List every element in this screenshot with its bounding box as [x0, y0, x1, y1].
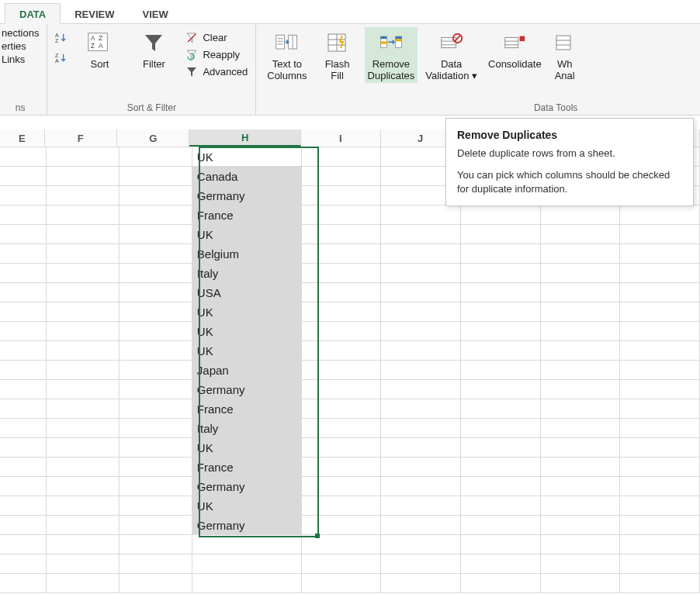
cell-L[interactable]	[541, 419, 621, 438]
cell-L[interactable]	[541, 496, 621, 516]
cell-M[interactable]	[620, 419, 700, 438]
cell-K[interactable]	[461, 535, 541, 554]
cell-J[interactable]	[381, 264, 461, 283]
cell-L[interactable]	[541, 399, 621, 419]
cell-F[interactable]	[47, 554, 120, 574]
cell-I[interactable]	[302, 554, 382, 574]
cell-E[interactable]	[0, 496, 47, 516]
cell-K[interactable]	[461, 574, 541, 593]
cell-K[interactable]	[461, 516, 541, 535]
cell-E[interactable]	[0, 322, 47, 341]
cell-I[interactable]	[302, 264, 382, 283]
cell-I[interactable]	[302, 283, 382, 302]
cell-I[interactable]	[302, 147, 382, 167]
cell-G[interactable]	[120, 496, 192, 516]
cell-H[interactable]: UK	[192, 496, 302, 516]
cell-E[interactable]	[0, 477, 47, 496]
cell-K[interactable]	[461, 205, 541, 225]
cell-G[interactable]	[120, 244, 192, 264]
cell-J[interactable]	[381, 283, 461, 302]
cell-L[interactable]	[541, 302, 621, 322]
cell-H[interactable]: UK	[192, 147, 302, 167]
cell-K[interactable]	[461, 419, 541, 438]
cell-F[interactable]	[47, 496, 120, 516]
cell-F[interactable]	[47, 264, 120, 283]
cell-F[interactable]	[47, 167, 120, 186]
cell-M[interactable]	[620, 477, 700, 496]
cell-G[interactable]	[120, 302, 192, 322]
cell-J[interactable]	[381, 399, 461, 419]
cell-L[interactable]	[541, 438, 621, 458]
cell-K[interactable]	[461, 283, 541, 302]
cell-I[interactable]	[302, 458, 382, 477]
cell-J[interactable]	[381, 380, 461, 399]
cell-I[interactable]	[302, 361, 382, 380]
cell-K[interactable]	[461, 458, 541, 477]
cell-E[interactable]	[0, 399, 47, 419]
cell-F[interactable]	[47, 574, 120, 593]
cell-F[interactable]	[47, 205, 120, 225]
cell-M[interactable]	[620, 361, 700, 380]
cell-E[interactable]	[0, 264, 47, 283]
what-if-button[interactable]: WhAnal	[549, 27, 580, 83]
cell-F[interactable]	[47, 225, 120, 244]
cell-I[interactable]	[302, 322, 382, 341]
cell-E[interactable]	[0, 361, 47, 380]
advanced-button[interactable]: Advanced	[185, 64, 248, 80]
cell-H[interactable]: Germany	[192, 186, 302, 205]
cell-M[interactable]	[620, 554, 700, 574]
cell-G[interactable]	[120, 419, 192, 438]
cell-L[interactable]	[541, 244, 621, 264]
cell-H[interactable]: France	[192, 458, 302, 477]
cell-E[interactable]	[0, 419, 47, 438]
cell-M[interactable]	[620, 574, 700, 593]
cell-E[interactable]	[0, 244, 47, 264]
cell-H[interactable]: Belgium	[192, 244, 302, 264]
cell-F[interactable]	[47, 283, 120, 302]
cell-J[interactable]	[381, 535, 461, 554]
cell-I[interactable]	[302, 438, 382, 458]
cell-K[interactable]	[461, 496, 541, 516]
col-F[interactable]: F	[45, 130, 117, 147]
cell-F[interactable]	[47, 380, 120, 399]
cell-J[interactable]	[381, 516, 461, 535]
cell-H[interactable]: Germany	[192, 477, 302, 496]
cell-L[interactable]	[541, 264, 621, 283]
cell-I[interactable]	[302, 302, 382, 322]
cell-L[interactable]	[541, 574, 621, 593]
cell-H[interactable]: France	[192, 399, 302, 419]
cell-G[interactable]	[120, 380, 192, 399]
cell-M[interactable]	[620, 205, 700, 225]
cell-H[interactable]: USA	[192, 283, 302, 302]
cell-H[interactable]: UK	[192, 322, 302, 341]
cell-M[interactable]	[620, 283, 700, 302]
cell-E[interactable]	[0, 147, 47, 167]
clear-button[interactable]: Clear	[185, 30, 248, 46]
cell-F[interactable]	[47, 458, 120, 477]
cell-G[interactable]	[120, 458, 192, 477]
cell-K[interactable]	[461, 380, 541, 399]
cell-I[interactable]	[302, 516, 382, 535]
cell-G[interactable]	[120, 283, 192, 302]
cell-G[interactable]	[120, 361, 192, 380]
cell-F[interactable]	[47, 477, 120, 496]
filter-button[interactable]: Filter	[131, 27, 176, 71]
cell-I[interactable]	[302, 186, 382, 205]
cell-F[interactable]	[47, 535, 120, 554]
cell-G[interactable]	[120, 516, 192, 535]
cell-H[interactable]: Canada	[192, 167, 302, 186]
cell-F[interactable]	[47, 147, 120, 167]
tab-review[interactable]: REVIEW	[61, 4, 128, 23]
cell-E[interactable]	[0, 167, 47, 186]
cell-L[interactable]	[541, 205, 621, 225]
cell-E[interactable]	[0, 458, 47, 477]
cell-I[interactable]	[302, 535, 382, 554]
connections-link[interactable]: nections	[2, 27, 39, 39]
cell-F[interactable]	[47, 399, 120, 419]
cell-L[interactable]	[541, 380, 621, 399]
cell-J[interactable]	[381, 574, 461, 593]
cell-J[interactable]	[381, 361, 461, 380]
cell-G[interactable]	[120, 477, 192, 496]
cell-E[interactable]	[0, 554, 47, 574]
cell-G[interactable]	[120, 225, 192, 244]
